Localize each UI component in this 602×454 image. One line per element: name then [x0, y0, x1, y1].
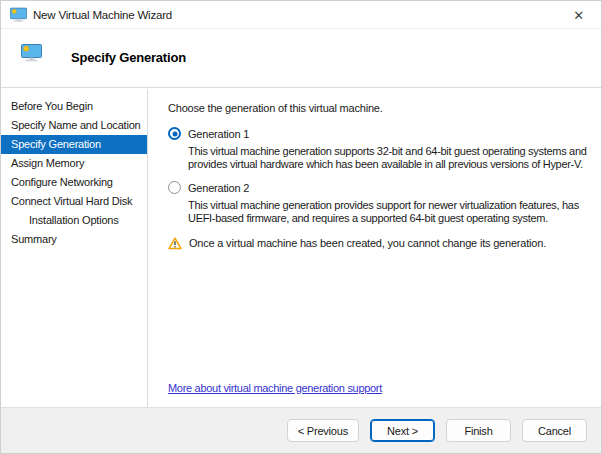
titlebar: New Virtual Machine Wizard ✕ — [1, 1, 601, 29]
footer-button-bar: < Previous Next > Finish Cancel — [1, 407, 601, 453]
page-title: Specify Generation — [71, 50, 186, 65]
generation-2-radio[interactable] — [168, 181, 181, 194]
warning-icon — [168, 237, 182, 250]
generation-1-description: This virtual machine generation supports… — [188, 145, 591, 170]
vm-monitor-icon — [10, 7, 27, 23]
sidebar-item-configure-networking[interactable]: Configure Networking — [1, 173, 147, 192]
generation-2-label: Generation 2 — [188, 182, 249, 194]
generation-2-description: This virtual machine generation provides… — [188, 199, 591, 224]
sidebar-item-specify-name-and-location[interactable]: Specify Name and Location — [1, 116, 147, 135]
vm-monitor-icon — [21, 44, 42, 62]
next-button[interactable]: Next > — [370, 419, 435, 442]
sidebar-item-before-you-begin[interactable]: Before You Begin — [1, 97, 147, 116]
generation-2-option[interactable]: Generation 2 — [168, 181, 591, 194]
warning-row: Once a virtual machine has been created,… — [168, 237, 591, 250]
sidebar-item-summary[interactable]: Summary — [1, 230, 147, 249]
warning-text: Once a virtual machine has been created,… — [189, 237, 546, 250]
close-button[interactable]: ✕ — [556, 1, 601, 29]
sidebar-item-connect-virtual-hard-disk[interactable]: Connect Virtual Hard Disk — [1, 192, 147, 211]
window-title: New Virtual Machine Wizard — [33, 9, 172, 21]
wizard-header: Specify Generation — [1, 29, 601, 88]
close-icon: ✕ — [573, 8, 584, 23]
sidebar-item-assign-memory[interactable]: Assign Memory — [1, 154, 147, 173]
generation-1-radio[interactable] — [168, 127, 181, 140]
wizard-step-list: Before You Begin Specify Name and Locati… — [1, 89, 148, 407]
sidebar-item-installation-options[interactable]: Installation Options — [1, 211, 147, 230]
intro-text: Choose the generation of this virtual ma… — [168, 102, 591, 114]
wizard-page-content: Choose the generation of this virtual ma… — [149, 89, 601, 407]
cancel-button[interactable]: Cancel — [522, 419, 587, 442]
generation-1-option[interactable]: Generation 1 — [168, 127, 591, 140]
finish-button[interactable]: Finish — [446, 419, 511, 442]
wizard-window: New Virtual Machine Wizard ✕ Specify Gen… — [0, 0, 602, 454]
sidebar-item-specify-generation[interactable]: Specify Generation — [1, 135, 147, 154]
generation-1-label: Generation 1 — [188, 128, 249, 140]
more-about-generation-link[interactable]: More about virtual machine generation su… — [168, 382, 382, 394]
previous-button[interactable]: < Previous — [287, 419, 359, 442]
